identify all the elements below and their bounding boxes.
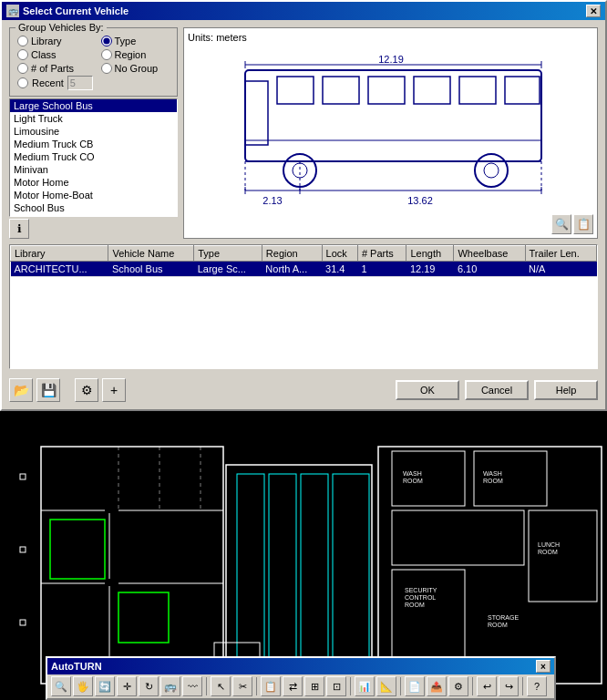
class-radio[interactable] [17,49,28,60]
svg-text:LUNCH: LUNCH [538,541,560,548]
cell-region: North A... [262,262,322,277]
at-select-btn[interactable]: ↖ [211,676,231,696]
at-layer-btn[interactable]: 📊 [355,676,375,696]
at-path-btn[interactable]: 〰 [182,676,202,696]
vehicle-list[interactable]: Large School Bus Light Truck Limousine M… [9,98,178,217]
toolbar-left: 📂 💾 ⚙ + [9,378,126,402]
table-row[interactable]: ARCHITECTU... School Bus Large Sc... Nor… [11,262,597,277]
radio-region[interactable]: Region [101,49,170,60]
at-move-btn[interactable]: ✛ [117,676,137,696]
radio-type[interactable]: Type [101,36,170,46]
recent-count-input[interactable] [67,76,93,90]
add-button[interactable]: + [102,378,126,402]
col-type[interactable]: Type [194,246,262,262]
radio-library[interactable]: Library [17,36,87,46]
svg-rect-61 [20,474,26,479]
svg-text:13.62: 13.62 [407,195,433,206]
svg-text:ROOM: ROOM [488,622,508,628]
svg-rect-5 [245,81,268,145]
type-radio[interactable] [101,36,112,46]
at-report-btn[interactable]: 📄 [405,676,425,696]
at-erase-btn[interactable]: ✂ [232,676,252,696]
cancel-button[interactable]: Cancel [465,380,529,400]
col-trailer[interactable]: Trailer Len. [525,246,596,262]
zoom-button[interactable]: 🔍 [551,214,571,234]
nogroup-radio[interactable] [101,63,112,74]
radio-parts[interactable]: # of Parts [17,63,87,74]
list-item[interactable]: Large School Bus [10,99,177,112]
at-help-btn[interactable]: ? [527,676,547,696]
at-settings-btn[interactable]: ⚙ [448,676,468,696]
cell-wheelbase: 6.10 [454,262,525,277]
list-item[interactable]: Medium Truck CO [10,150,177,163]
cell-library: ARCHITECTU... [11,262,108,277]
save-button[interactable]: 💾 [36,378,60,402]
at-orbit-btn[interactable]: 🔄 [95,676,115,696]
dialog-icon: 🚌 [6,5,19,17]
vehicle-table-section: Library Vehicle Name Type Region Lock # … [9,244,598,369]
list-item[interactable]: Light Truck [10,112,177,125]
list-item[interactable]: Medium Truck CB [10,138,177,150]
close-button[interactable]: ✕ [586,5,601,17]
title-bar: 🚌 Select Current Vehicle ✕ [2,2,605,20]
at-redo-btn[interactable]: ↪ [499,676,519,696]
col-length[interactable]: Length [406,246,454,262]
col-region[interactable]: Region [262,246,322,262]
autoturn-toolbar: 🔍 🖐 🔄 ✛ ↻ 🚌 〰 ↖ ✂ 📋 ⇄ ⊞ ⊡ 📊 📐 📄 📤 ⚙ ↩ ↪ … [47,674,554,698]
recent-radio[interactable] [17,77,28,88]
col-library[interactable]: Library [11,246,108,262]
load-button[interactable]: 📂 [9,378,33,402]
list-item[interactable]: Minivan [10,163,177,176]
region-label: Region [115,49,147,60]
col-lock[interactable]: Lock [322,246,357,262]
dialog-buttons: OK Cancel Help [396,380,598,400]
svg-rect-48 [392,510,524,565]
library-radio[interactable] [17,36,28,46]
list-item[interactable]: Limousine [10,125,177,138]
cell-length: 12.19 [406,262,454,277]
svg-rect-39 [269,474,296,674]
radio-nogroup[interactable]: No Group [101,63,170,74]
units-label: Units: meters [188,32,247,43]
svg-text:SECURITY: SECURITY [405,587,437,593]
svg-rect-11 [505,77,540,104]
at-vehicle-btn[interactable]: 🚌 [160,676,180,696]
svg-point-16 [484,163,499,178]
at-copy-btn[interactable]: 📋 [261,676,281,696]
svg-rect-47 [529,510,597,602]
vehicle-table: Library Vehicle Name Type Region Lock # … [10,245,597,277]
radio-class[interactable]: Class [17,49,87,60]
svg-rect-28 [41,447,223,684]
at-mirror-btn[interactable]: ⇄ [283,676,303,696]
nogroup-label: No Group [115,63,159,74]
at-undo-btn[interactable]: ↩ [477,676,497,696]
svg-rect-36 [50,520,105,579]
col-parts[interactable]: # Parts [357,246,406,262]
col-wheelbase[interactable]: Wheelbase [454,246,525,262]
list-item[interactable]: School Bus [10,201,177,214]
bus-diagram: 12.19 [218,54,564,222]
list-item[interactable]: Motor Home-Boat [10,189,177,201]
autoturn-close-button[interactable]: × [536,660,550,673]
region-radio[interactable] [101,49,112,60]
at-dim-btn[interactable]: 📐 [376,676,396,696]
recent-row: Recent [17,76,170,90]
bottom-toolbar: 📂 💾 ⚙ + OK Cancel Help [9,375,598,402]
help-button[interactable]: Help [534,380,598,400]
settings-button[interactable]: ⚙ [75,378,98,402]
toolbar-sep6 [522,677,523,695]
info-button[interactable]: ℹ [9,219,29,239]
at-zoom-btn[interactable]: 🔍 [51,676,71,696]
at-rotate-btn[interactable]: ↻ [139,676,159,696]
at-hand-btn[interactable]: 🖐 [73,676,93,696]
list-item[interactable]: Motor Home [10,176,177,189]
export-button[interactable]: 📋 [573,214,593,234]
parts-radio[interactable] [17,63,28,74]
at-snap-btn[interactable]: ⊡ [326,676,346,696]
list-item[interactable]: Semitrailer CB [10,214,177,217]
col-vehicle-name[interactable]: Vehicle Name [108,246,194,262]
toolbar-sep5 [472,677,473,695]
ok-button[interactable]: OK [396,380,459,400]
at-export-btn[interactable]: 📤 [427,676,447,696]
at-array-btn[interactable]: ⊞ [304,676,324,696]
